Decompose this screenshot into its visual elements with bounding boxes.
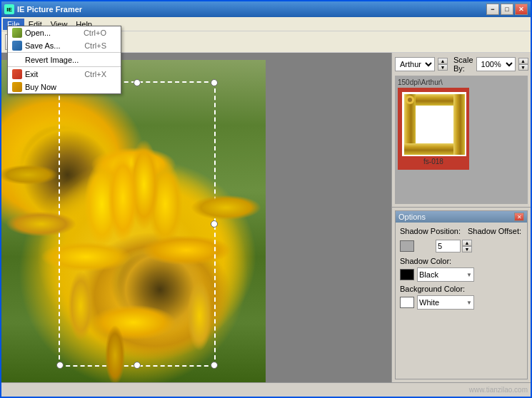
- image-canvas: [1, 60, 266, 382]
- handle-tr[interactable]: [211, 79, 218, 86]
- file-dropdown-menu: Open... Ctrl+O Save As... Ctrl+S Revert …: [7, 26, 121, 94]
- open-icon: [12, 28, 22, 38]
- scale-spin-up[interactable]: ▲: [518, 58, 528, 64]
- frame-corner-svg: [404, 94, 465, 155]
- title-bar: IE IE Picture Framer − □ ✕: [1, 1, 531, 17]
- frame-spin-up[interactable]: ▲: [438, 58, 448, 64]
- shadow-controls-row: 5 ▲ ▼: [400, 240, 523, 252]
- exit-icon: [12, 69, 22, 79]
- background-color-swatch: [400, 297, 414, 308]
- shadow-offset-input[interactable]: 5: [436, 240, 461, 252]
- main-content: Arthur ▲ ▼ Scale By: 100% ▲ ▼: [1, 53, 531, 382]
- menu-exit[interactable]: Exit Ctrl+X: [8, 68, 121, 81]
- selection-box: [59, 81, 216, 367]
- frame-preview: [402, 92, 466, 156]
- svg-rect-4: [453, 94, 465, 155]
- scale-label: Scale By:: [453, 56, 473, 73]
- shadow-offset-down[interactable]: ▼: [462, 246, 472, 252]
- shadow-position-swatch: [400, 240, 414, 252]
- shadow-color-name: Black: [419, 270, 438, 279]
- window-controls: − □ ✕: [486, 4, 528, 15]
- close-button[interactable]: ✕: [515, 4, 528, 15]
- frame-path: 150dpi\Arthur\: [398, 78, 525, 86]
- handle-br[interactable]: [211, 362, 218, 369]
- watermark: www.tianzilao.com: [469, 386, 528, 394]
- options-close-button[interactable]: ✕: [514, 213, 524, 221]
- frame-item[interactable]: fs-018: [398, 88, 469, 170]
- frame-dropdown[interactable]: Arthur: [395, 57, 435, 71]
- background-color-arrow: ▼: [466, 300, 472, 306]
- menu-open[interactable]: Open... Ctrl+O: [8, 26, 121, 39]
- svg-point-7: [408, 98, 412, 102]
- main-window: IE IE Picture Framer − □ ✕ File Edit Vie…: [0, 0, 532, 398]
- background-color-name: White: [419, 298, 439, 307]
- handle-tc[interactable]: [134, 79, 141, 86]
- shadow-color-dropdown[interactable]: Black ▼: [417, 267, 474, 282]
- background-color-row: White ▼: [400, 295, 523, 310]
- menu-revert[interactable]: Revert Image...: [8, 53, 121, 67]
- window-title: IE Picture Framer: [17, 5, 486, 14]
- shadow-color-arrow: ▼: [466, 272, 472, 278]
- frame-grid: 150dpi\Arthur\: [395, 76, 528, 204]
- frame-spin-down[interactable]: ▼: [438, 64, 448, 71]
- svg-rect-5: [416, 106, 453, 143]
- shadow-color-swatch: [400, 269, 414, 280]
- shadow-color-row: Black ▼: [400, 267, 523, 282]
- menu-save-as[interactable]: Save As... Ctrl+S: [8, 39, 121, 53]
- shadow-color-label: Shadow Color:: [400, 257, 523, 265]
- frame-selector: Arthur ▲ ▼ Scale By: 100% ▲ ▼: [392, 53, 531, 208]
- app-icon: IE: [4, 4, 14, 14]
- canvas-area[interactable]: [1, 53, 391, 382]
- scale-spin-down[interactable]: ▼: [518, 64, 528, 71]
- status-bar: www.tianzilao.com: [1, 382, 531, 397]
- save-icon: [12, 41, 22, 51]
- handle-mr[interactable]: [211, 220, 218, 228]
- options-title-bar: Options ✕: [396, 211, 527, 223]
- scale-dropdown[interactable]: 100%: [476, 57, 516, 71]
- minimize-button[interactable]: −: [486, 4, 499, 15]
- frame-name: fs-018: [402, 158, 465, 165]
- options-panel: Options ✕ Shadow Position: Shadow Offset…: [395, 210, 528, 379]
- shadow-offset-up[interactable]: ▲: [462, 240, 472, 246]
- background-color-label: Background Color:: [400, 285, 523, 293]
- right-panel: Arthur ▲ ▼ Scale By: 100% ▲ ▼: [391, 53, 531, 382]
- shadow-offset-label: Shadow Offset:: [468, 227, 521, 235]
- handle-bl[interactable]: [56, 362, 64, 369]
- shadow-offset-spinner: ▲ ▼: [462, 240, 472, 252]
- handle-bc[interactable]: [134, 362, 141, 369]
- shadow-offset-group: 5 ▲ ▼: [436, 240, 472, 252]
- handle-ml[interactable]: [56, 220, 64, 228]
- background-color-section: Background Color: White ▼: [400, 285, 523, 310]
- shadow-position-label: Shadow Position:: [400, 227, 461, 235]
- options-title: Options: [398, 213, 426, 221]
- background-color-dropdown[interactable]: White ▼: [417, 295, 474, 310]
- maximize-button[interactable]: □: [501, 4, 513, 15]
- shadow-color-section: Shadow Color: Black ▼: [400, 257, 523, 282]
- frame-selector-header: Arthur ▲ ▼ Scale By: 100% ▲ ▼: [395, 56, 528, 73]
- shadow-position-row: Shadow Position: Shadow Offset:: [400, 227, 523, 235]
- menu-buy-now[interactable]: Buy Now: [8, 81, 121, 93]
- buy-icon: [12, 82, 22, 92]
